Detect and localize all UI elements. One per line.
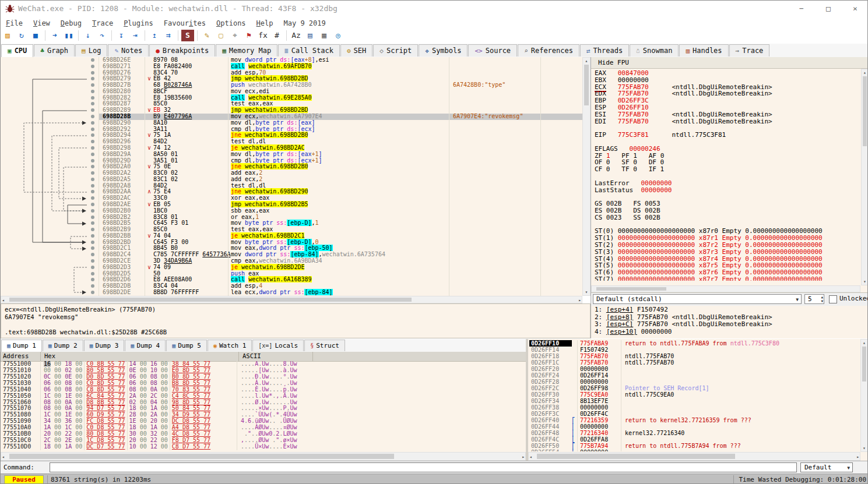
byte[interactable]: C0: [86, 361, 93, 367]
trace-into-icon[interactable]: ⇉: [162, 30, 175, 41]
tab-source[interactable]: <>Source: [468, 44, 517, 56]
byte[interactable]: 77: [118, 373, 125, 380]
byte[interactable]: 55: [107, 411, 114, 418]
menu-plugins[interactable]: Plugins: [118, 18, 159, 29]
byte[interactable]: 00: [161, 386, 168, 393]
tab-threads[interactable]: ⇄Threads: [580, 44, 629, 56]
byte[interactable]: 50: [172, 405, 179, 411]
disasm-row[interactable]: 698BD271E8 FA082400call wechatwin.69AFDB…: [1, 63, 582, 70]
byte[interactable]: 77: [118, 437, 125, 443]
disassembly-vertical-scrollbar[interactable]: ▴ ▾: [582, 57, 591, 296]
byte[interactable]: 00: [140, 411, 147, 418]
byte[interactable]: 55: [107, 380, 114, 386]
byte[interactable]: 0A: [150, 386, 157, 393]
tab-cpu[interactable]: ▣CPU: [1, 44, 33, 58]
byte[interactable]: 00: [75, 386, 82, 393]
globe-icon[interactable]: ◎: [332, 30, 345, 41]
byte[interactable]: 55: [193, 386, 200, 393]
byte[interactable]: 77: [118, 430, 125, 437]
byte[interactable]: D8: [182, 424, 189, 430]
byte[interactable]: C4: [172, 393, 179, 399]
byte[interactable]: 00: [140, 424, 147, 430]
byte[interactable]: 08: [65, 380, 72, 386]
byte[interactable]: DC: [172, 418, 179, 424]
comment-icon[interactable]: ▢: [215, 30, 227, 41]
step-out-icon[interactable]: ↥: [148, 30, 161, 41]
byte[interactable]: 00: [54, 430, 61, 437]
registers-vertical-scrollbar[interactable]: ▴ ▾: [861, 69, 868, 285]
disasm-row[interactable]: 698BD2AA∧75 E4jne wechatwin.698BD290: [1, 189, 582, 195]
stack-row[interactable]: 0D26FF44⎢00000000: [529, 423, 860, 430]
disassembly-horizontal-scrollbar[interactable]: ◂ ▸: [1, 296, 582, 303]
byte[interactable]: 00: [75, 367, 82, 373]
stack-row[interactable]: 0D26FF50⎡775B7A94return to ntdll.775B7A9…: [529, 443, 860, 449]
byte[interactable]: 00: [54, 361, 61, 367]
byte[interactable]: 55: [193, 443, 200, 450]
byte[interactable]: 70: [172, 386, 179, 393]
byte[interactable]: D9: [97, 411, 104, 418]
disasm-row[interactable]: 698BD2D6E8 AEE08A00call wechatwin.6A16B3…: [1, 277, 582, 283]
scrollbar-thumb[interactable]: [9, 298, 412, 302]
byte[interactable]: 20: [44, 430, 51, 437]
byte[interactable]: 1E: [65, 393, 72, 399]
stack-view[interactable]: 0D26FF10775FABA9return to ntdll.775FABA9…: [529, 340, 860, 451]
byte[interactable]: 4C: [172, 430, 179, 437]
byte[interactable]: 18: [129, 405, 136, 411]
byte[interactable]: 77: [118, 411, 125, 418]
byte[interactable]: 00: [161, 361, 168, 367]
run-to-user-code-icon[interactable]: ⇥: [129, 30, 142, 41]
byte[interactable]: 55: [193, 380, 200, 386]
byte[interactable]: 00: [140, 443, 147, 450]
stack-row[interactable]: 0D26FF40⎡77216359return to kernel32.7721…: [529, 417, 860, 423]
byte[interactable]: B0: [172, 373, 179, 380]
byte[interactable]: 00: [140, 367, 147, 373]
pause-icon[interactable]: ▮▮: [62, 30, 75, 41]
byte[interactable]: 22: [150, 437, 157, 443]
byte[interactable]: D8: [182, 418, 189, 424]
byte[interactable]: 00: [140, 393, 147, 399]
byte[interactable]: 18: [65, 361, 72, 367]
byte[interactable]: 18: [129, 424, 136, 430]
byte[interactable]: 00: [54, 399, 61, 405]
byte[interactable]: 55: [107, 443, 114, 450]
byte[interactable]: 1C: [44, 411, 51, 418]
byte[interactable]: A4: [172, 424, 179, 430]
modules-icon[interactable]: ▤: [304, 30, 317, 41]
byte[interactable]: 00: [140, 373, 147, 380]
byte[interactable]: 84: [182, 405, 189, 411]
tab-snowman[interactable]: ☃Snowman: [630, 44, 679, 56]
disassembly-view[interactable]: 698BD26E8970 08mov dword ptr ds:[eax+8],…: [1, 57, 582, 296]
tab-trace[interactable]: ⇝Trace: [729, 44, 770, 56]
byte[interactable]: 00: [161, 430, 168, 437]
hex-dump-row[interactable]: 775510D018 00 1A 00DC D7 55 7710 00 12 0…: [1, 444, 526, 450]
byte[interactable]: 00: [140, 361, 147, 367]
tab-struct[interactable]: §Struct: [304, 340, 345, 351]
byte[interactable]: 1A: [150, 405, 157, 411]
run-icon[interactable]: ➜: [48, 30, 61, 41]
stack-row[interactable]: 0D26FF14F1507492: [529, 347, 860, 353]
stack-row[interactable]: 0D26FF3800000000: [529, 404, 860, 411]
menu-help[interactable]: Help: [251, 18, 279, 29]
bookmark-icon[interactable]: ⚑: [243, 30, 255, 41]
byte[interactable]: 1E: [65, 411, 72, 418]
patch-icon[interactable]: ✎: [201, 30, 213, 41]
scrollbar-thumb[interactable]: [537, 454, 735, 459]
byte[interactable]: 8D: [97, 373, 104, 380]
byte[interactable]: 06: [44, 386, 51, 393]
byte[interactable]: 77: [118, 386, 125, 393]
byte[interactable]: 8D: [182, 373, 189, 380]
tab-dump-5[interactable]: ▦Dump 5: [166, 340, 207, 351]
register-line[interactable]: EIP 775C3F81 ntdll.775C3F81: [595, 132, 857, 139]
byte[interactable]: 94: [86, 405, 93, 411]
animate-icon[interactable]: S: [181, 30, 194, 41]
byte[interactable]: 14: [129, 361, 136, 367]
menu-may-9-2019[interactable]: May 9 2019: [279, 18, 331, 29]
stack-row[interactable]: 0D26FF3C0D26FF4C: [529, 411, 860, 417]
disasm-row[interactable]: 698BD2A583C1 02add ecx,2: [1, 176, 582, 183]
byte[interactable]: 0E: [129, 367, 136, 373]
byte[interactable]: 55: [107, 399, 114, 405]
disasm-row[interactable]: 698BD2AE∨EB 05jmp wechatwin.698BD2B5: [1, 202, 582, 208]
byte[interactable]: 00: [54, 380, 61, 386]
byte[interactable]: 06: [129, 380, 136, 386]
byte[interactable]: 83: [182, 386, 189, 393]
